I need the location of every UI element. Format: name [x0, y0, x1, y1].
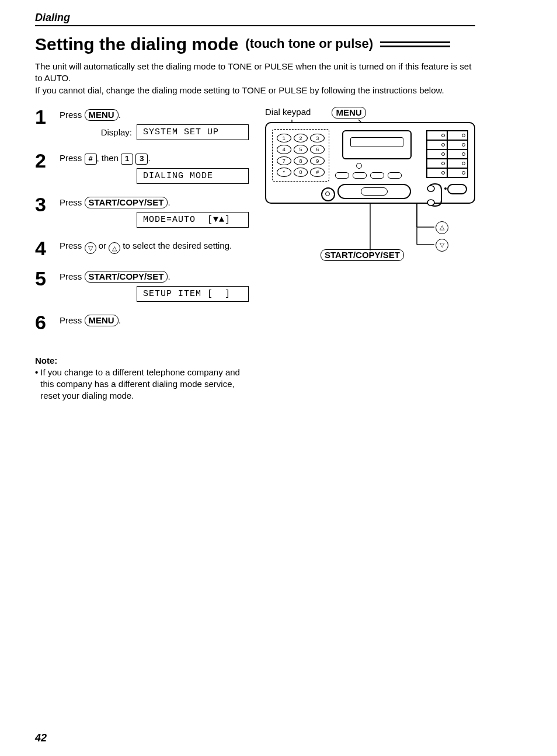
- step-text: Press: [60, 315, 85, 325]
- start-copy-set-button-label: START/COPY/SET: [85, 271, 168, 283]
- step-text: .: [119, 315, 121, 325]
- three-key-label: 3: [135, 154, 148, 165]
- keypad-key: 2: [294, 134, 308, 143]
- step-1: 1 Press MENU. Display: SYSTEM SET UP: [35, 107, 249, 140]
- page-title: Setting the dialing mode (touch tone or …: [35, 34, 475, 54]
- illustration-column: Dial keypad MENU 1 2 3 4 5 6 7 8 9 * 0: [265, 107, 475, 268]
- intro-paragraph: The unit will automatically set the dial…: [35, 61, 475, 96]
- down-arrow-icon: ▽: [85, 242, 96, 254]
- keypad-key: 9: [310, 156, 325, 166]
- note-title: Note:: [35, 356, 249, 365]
- note-block: Note: • If you change to a different tel…: [35, 356, 249, 402]
- step-4: 4 Press ▽ or △ to select the desired set…: [35, 238, 249, 258]
- step-text: to select the desired setting.: [120, 241, 232, 250]
- step-number: 5: [35, 269, 51, 288]
- title-sub: (touch tone or pulse): [245, 37, 373, 51]
- step-text: .: [119, 110, 121, 120]
- keypad-key: 1: [277, 134, 291, 143]
- lcd-readout: MODE=AUTO [▼▲]: [137, 212, 249, 228]
- keypad-key: 7: [277, 156, 291, 166]
- step-3: 3 Press START/COPY/SET. MODE=AUTO [▼▲]: [35, 194, 249, 228]
- step-text: Press: [60, 197, 85, 207]
- step-5: 5 Press START/COPY/SET. SETUP ITEM [ ]: [35, 269, 249, 302]
- lcd-readout: SYSTEM SET UP: [137, 124, 249, 140]
- hash-key-label: #: [85, 154, 97, 165]
- keypad-key: 5: [294, 145, 308, 154]
- keypad-key: 8: [294, 156, 308, 166]
- keypad-key: 6: [310, 145, 325, 154]
- step-text: Press: [60, 153, 85, 163]
- step-text: Press: [60, 241, 85, 250]
- step-number: 4: [35, 238, 51, 258]
- one-key-label: 1: [121, 154, 133, 165]
- dial-keypad-label: Dial keypad: [265, 107, 311, 119]
- steps-column: 1 Press MENU. Display: SYSTEM SET UP 2 P…: [35, 107, 249, 402]
- keypad-key: *: [277, 168, 291, 177]
- step-text: .: [168, 271, 170, 281]
- svg-point-2: [427, 186, 434, 191]
- step-number: 3: [35, 194, 51, 214]
- menu-button-label: MENU: [85, 109, 119, 121]
- speed-dial-grid-icon: [426, 130, 468, 178]
- keypad-key: 4: [277, 145, 291, 154]
- section-header: Dialing: [35, 12, 475, 26]
- lcd-screen-icon: [342, 130, 412, 159]
- step-text: or: [96, 241, 109, 250]
- bullet-icon: •: [35, 367, 38, 402]
- note-text: If you change to a different telephone c…: [40, 367, 249, 402]
- step-text: Press: [60, 110, 85, 120]
- keypad-key: 3: [310, 134, 325, 143]
- display-label: Display:: [101, 127, 132, 137]
- start-copy-set-button-label: START/COPY/SET: [85, 197, 168, 208]
- title-main: Setting the dialing mode: [35, 34, 238, 54]
- dial-keypad-icon: 1 2 3 4 5 6 7 8 9 * 0 #: [272, 129, 329, 182]
- title-rule-icon: [380, 40, 450, 48]
- oval-button-icon: [447, 184, 467, 194]
- keypad-key: #: [310, 168, 325, 177]
- step-number: 2: [35, 151, 51, 170]
- menu-button-label: MENU: [332, 107, 365, 119]
- step-2: 2 Press #, then 1 3. DIALING MODE: [35, 151, 249, 184]
- lcd-readout: DIALING MODE: [137, 168, 249, 184]
- up-arrow-icon: △: [109, 242, 120, 254]
- step-text: .: [168, 197, 170, 207]
- lcd-readout: SETUP ITEM [ ]: [137, 286, 249, 302]
- round-button-icon: [321, 187, 335, 201]
- menu-button-label: MENU: [85, 315, 119, 326]
- step-number: 6: [35, 312, 51, 332]
- down-arrow-icon: ▽: [436, 239, 448, 252]
- keypad-key: 0: [294, 168, 308, 177]
- start-copy-set-callout-label: START/COPY/SET: [321, 249, 404, 261]
- start-copy-set-button-icon: [337, 184, 411, 199]
- step-text: Press: [60, 271, 85, 281]
- up-arrow-icon: △: [436, 221, 448, 234]
- step-text: , then: [97, 153, 121, 163]
- function-buttons-icon: [335, 172, 402, 179]
- indicator-icon: [356, 163, 362, 169]
- step-6: 6 Press MENU.: [35, 312, 249, 332]
- step-text: .: [148, 153, 150, 163]
- step-number: 1: [35, 107, 51, 127]
